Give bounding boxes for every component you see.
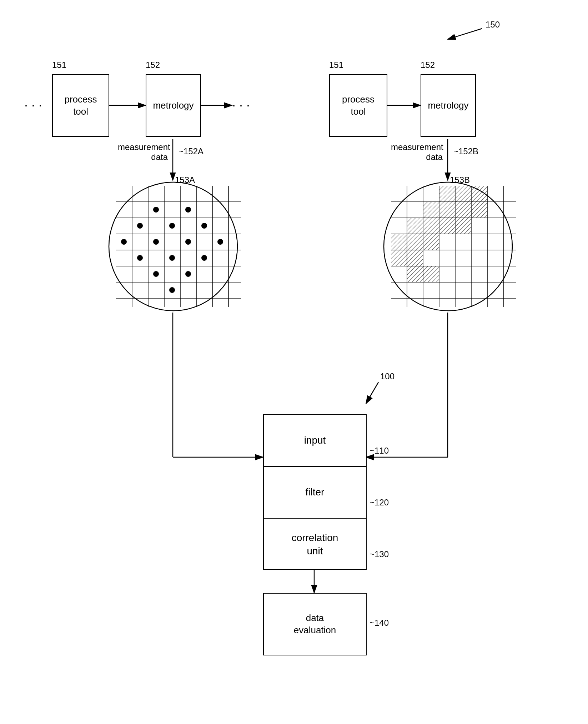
metrology-right-label: metrology: [428, 100, 468, 112]
svg-point-39: [201, 255, 207, 261]
ref-150: 150: [486, 20, 500, 30]
input-section: input: [264, 415, 366, 467]
svg-point-40: [153, 271, 159, 277]
svg-rect-61: [423, 202, 439, 218]
svg-point-36: [217, 239, 223, 245]
svg-point-28: [153, 207, 159, 213]
svg-rect-64: [471, 202, 487, 218]
svg-rect-68: [455, 218, 471, 234]
svg-rect-71: [423, 234, 439, 250]
ref-140: ~140: [370, 618, 389, 628]
svg-rect-58: [439, 186, 455, 202]
svg-rect-65: [407, 218, 423, 234]
svg-point-29: [185, 207, 191, 213]
ref-130: ~130: [370, 549, 389, 559]
svg-rect-73: [407, 250, 423, 266]
ref-100: 100: [380, 371, 394, 381]
correlation-section: correlationunit: [264, 519, 366, 570]
process-tool-left: processtool: [52, 74, 109, 137]
svg-point-35: [185, 239, 191, 245]
svg-point-38: [169, 255, 175, 261]
process-tool-left-label: processtool: [64, 94, 97, 118]
svg-point-41: [185, 271, 191, 277]
filter-label: filter: [306, 486, 325, 499]
ref-120: ~120: [370, 498, 389, 508]
svg-point-33: [121, 239, 127, 245]
ref-152-right: 152: [421, 60, 435, 70]
svg-rect-59: [455, 186, 471, 202]
ellipsis-left: . . .: [24, 95, 42, 110]
data-evaluation-box: dataevaluation: [263, 593, 367, 655]
svg-rect-72: [391, 250, 407, 266]
svg-rect-74: [407, 266, 423, 282]
filter-section: filter: [264, 467, 366, 519]
system-box: input filter correlationunit: [263, 414, 367, 570]
measurement-data-left: measurementdata: [118, 142, 168, 162]
svg-point-42: [169, 287, 175, 293]
wafer-right: [380, 175, 516, 314]
correlation-label: correlationunit: [292, 531, 338, 558]
metrology-right: metrology: [421, 74, 476, 137]
svg-rect-60: [471, 186, 487, 202]
svg-line-11: [448, 29, 482, 39]
ref-151-left: 151: [52, 60, 66, 70]
svg-point-30: [137, 223, 143, 229]
svg-line-12: [366, 382, 378, 404]
ref-153A: 153A: [175, 175, 195, 185]
metrology-left: metrology: [146, 74, 201, 137]
svg-point-32: [201, 223, 207, 229]
svg-rect-69: [391, 234, 407, 250]
svg-point-31: [169, 223, 175, 229]
svg-point-37: [137, 255, 143, 261]
ref-152B: ~152B: [453, 146, 478, 156]
svg-rect-67: [439, 218, 455, 234]
ref-152A: ~152A: [179, 146, 203, 156]
measurement-data-right: measurementdata: [391, 142, 443, 162]
svg-rect-62: [439, 202, 455, 218]
svg-point-34: [153, 239, 159, 245]
ref-153B: 153B: [450, 175, 470, 185]
ellipsis-middle: . . .: [232, 95, 250, 110]
metrology-left-label: metrology: [153, 100, 194, 112]
ref-110: ~110: [370, 446, 389, 456]
svg-rect-66: [423, 218, 439, 234]
process-tool-right: processtool: [329, 74, 387, 137]
svg-rect-63: [455, 202, 471, 218]
wafer-left: [105, 175, 241, 314]
ref-152-left: 152: [146, 60, 160, 70]
ref-151-right: 151: [329, 60, 343, 70]
svg-rect-75: [423, 266, 439, 282]
svg-rect-70: [407, 234, 423, 250]
process-tool-right-label: processtool: [342, 94, 375, 118]
input-label: input: [304, 434, 326, 447]
data-evaluation-label: dataevaluation: [294, 612, 336, 636]
diagram: . . . . . . processtool 151 metrology 15…: [0, 0, 588, 724]
